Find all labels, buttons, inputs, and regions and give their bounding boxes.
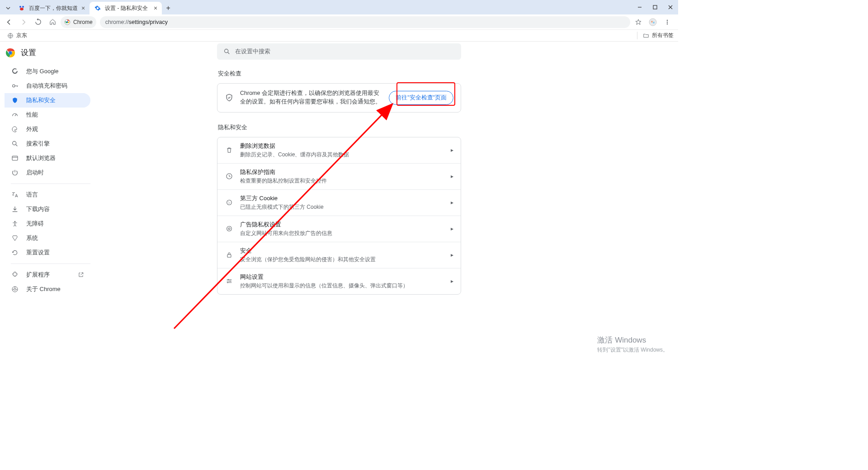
sidenav-extensions[interactable]: 扩展程序 — [5, 268, 90, 282]
browser-tab-settings[interactable]: 设置 - 隐私和安全 × — [90, 2, 162, 14]
settings-header: 设置 — [5, 48, 36, 58]
sidenav-autofill[interactable]: 自动填充和密码 — [5, 79, 90, 93]
gear-icon — [94, 5, 101, 12]
separator — [11, 183, 90, 184]
new-tab-button[interactable]: + — [162, 2, 175, 14]
tab-title: 设置 - 隐私和安全 — [105, 5, 148, 12]
svg-point-37 — [230, 281, 231, 282]
svg-point-12 — [653, 22, 655, 24]
page-title: 设置 — [21, 48, 36, 58]
google-g-icon — [11, 68, 19, 75]
goto-safety-check-button[interactable]: 前往"安全检查"页面 — [389, 91, 453, 105]
chrome-icon — [64, 19, 71, 25]
url-field[interactable]: chrome://settings/privacy — [100, 16, 630, 28]
row-site-settings[interactable]: 网站设置控制网站可以使用和显示的信息（位置信息、摄像头、弹出式窗口等） ▸ — [217, 268, 461, 294]
chrome-outline-icon — [11, 286, 19, 293]
sidenav-downloads[interactable]: 下载内容 — [5, 202, 90, 216]
trash-icon — [225, 146, 234, 154]
svg-point-22 — [13, 141, 16, 145]
search-icon — [11, 140, 19, 147]
chevron-right-icon: ▸ — [451, 278, 453, 284]
sidenav-search-engine[interactable]: 搜索引擎 — [5, 136, 90, 151]
row-privacy-guide[interactable]: 隐私保护指南检查重要的隐私控制设置和安全控件 ▸ — [217, 163, 461, 189]
external-link-icon — [78, 272, 84, 278]
svg-point-20 — [9, 52, 12, 54]
svg-point-2 — [20, 8, 24, 10]
chrome-logo-icon — [5, 48, 15, 58]
speedometer-icon — [11, 111, 19, 118]
tab-title: 百度一下，你就知道 — [29, 5, 78, 12]
extension-icon — [11, 271, 19, 278]
globe-icon — [7, 33, 14, 39]
svg-point-13 — [667, 19, 668, 21]
close-icon[interactable]: × — [154, 5, 157, 12]
windows-activation-watermark: 激活 Windows 转到"设置"以激活 Windows。 — [597, 335, 668, 354]
svg-point-34 — [228, 228, 230, 230]
window-titlebar: 百度一下，你就知道 × 设置 - 隐私和安全 × + — [0, 0, 678, 14]
separator — [11, 263, 90, 264]
tabsearch-dropdown[interactable] — [3, 6, 14, 10]
maximize-button[interactable] — [647, 0, 663, 14]
site-chip[interactable]: Chrome — [61, 16, 96, 28]
power-icon — [11, 169, 19, 176]
chip-label: Chrome — [73, 19, 93, 25]
chevron-right-icon: ▸ — [451, 226, 453, 232]
folder-icon — [643, 33, 649, 39]
browser-tab-baidu[interactable]: 百度一下，你就知道 × — [14, 2, 90, 14]
sidenav-privacy[interactable]: 隐私和安全 — [5, 93, 90, 108]
svg-point-15 — [667, 23, 668, 24]
bookmark-jd[interactable]: 京东 — [5, 31, 30, 40]
sidenav-default-browser[interactable]: 默认浏览器 — [5, 151, 90, 165]
svg-rect-4 — [653, 5, 657, 9]
row-clear-browsing-data[interactable]: 删除浏览数据删除历史记录、Cookie、缓存内容及其他数据 ▸ — [217, 137, 461, 163]
row-security[interactable]: 安全安全浏览（保护您免受危险网站的侵害）和其他安全设置 ▸ — [217, 242, 461, 268]
sidenav-performance[interactable]: 性能 — [5, 108, 90, 122]
compass-icon — [225, 173, 234, 180]
sidenav-languages[interactable]: 语言 — [5, 188, 90, 202]
sidenav-about-chrome[interactable]: 关于 Chrome — [5, 282, 90, 296]
privacy-list: 删除浏览数据删除历史记录、Cookie、缓存内容及其他数据 ▸ 隐私保护指南检查… — [217, 137, 461, 295]
row-ad-privacy[interactable]: 广告隐私权设置自定义网站可用来向您投放广告的信息 ▸ — [217, 216, 461, 242]
sidenav-accessibility[interactable]: 无障碍 — [5, 216, 90, 231]
safety-check-card: Chrome 会定期进行检查，以确保您的浏览器使用最安全的设置。如有任何内容需要… — [217, 83, 461, 113]
sidenav-appearance[interactable]: 外观 — [5, 122, 90, 136]
reload-button[interactable] — [32, 16, 44, 28]
chevron-right-icon: ▸ — [451, 199, 453, 206]
profile-avatar[interactable] — [646, 16, 659, 28]
svg-point-26 — [14, 288, 16, 291]
system-icon — [11, 235, 19, 242]
sidenav-system[interactable]: 系统 — [5, 231, 90, 245]
svg-point-33 — [227, 226, 232, 231]
all-bookmarks-button[interactable]: 所有书签 — [637, 32, 674, 39]
bookmarks-bar: 京东 所有书签 — [0, 30, 678, 42]
address-bar: Chrome chrome://settings/privacy — [0, 14, 678, 30]
window-close-button[interactable] — [663, 0, 678, 14]
accessibility-icon — [11, 220, 19, 227]
cookie-icon — [225, 199, 234, 206]
sidenav-on-startup[interactable]: 启动时 — [5, 165, 90, 180]
close-icon[interactable]: × — [81, 5, 85, 12]
svg-point-38 — [227, 282, 228, 283]
row-third-party-cookies[interactable]: 第三方 Cookie已阻止无痕模式下的第三方 Cookie ▸ — [217, 189, 461, 216]
search-placeholder: 在设置中搜索 — [235, 47, 270, 56]
sidenav-you-and-google[interactable]: 您与 Google — [5, 64, 90, 79]
minimize-button[interactable] — [632, 0, 647, 14]
bookmark-star-icon[interactable] — [632, 16, 645, 28]
svg-rect-35 — [227, 255, 231, 258]
settings-search-input[interactable]: 在设置中搜索 — [217, 43, 461, 60]
settings-sidenav: 您与 Google 自动填充和密码 隐私和安全 性能 外观 搜索引擎 默认浏览器… — [5, 64, 90, 296]
back-button[interactable] — [3, 16, 15, 28]
shield-check-icon — [225, 93, 234, 102]
reset-icon — [11, 249, 19, 256]
sidenav-reset[interactable]: 重置设置 — [5, 245, 90, 260]
svg-point-31 — [230, 202, 230, 203]
home-button[interactable] — [46, 16, 59, 28]
svg-point-32 — [229, 203, 229, 204]
forward-button[interactable] — [17, 16, 30, 28]
kebab-menu-icon[interactable] — [661, 16, 674, 28]
chevron-right-icon: ▸ — [451, 147, 453, 153]
svg-point-36 — [228, 279, 229, 280]
search-icon — [223, 48, 231, 55]
settings-main: 在设置中搜索 安全检查 Chrome 会定期进行检查，以确保您的浏览器使用最安全… — [217, 43, 461, 295]
chevron-right-icon: ▸ — [451, 252, 453, 258]
